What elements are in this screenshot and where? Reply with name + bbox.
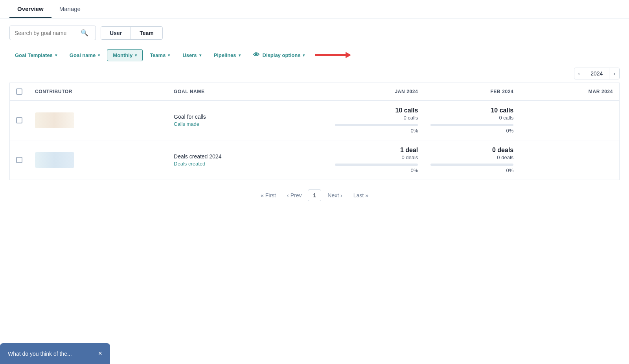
filter-monthly-label: Monthly — [113, 52, 132, 58]
chevron-down-icon: ▾ — [98, 53, 100, 57]
jan-cell: 10 calls 0 calls 0% — [329, 101, 424, 140]
jan-actual: 0 deals — [335, 154, 418, 160]
jan-pct: 0% — [335, 128, 418, 134]
filter-users[interactable]: Users ▾ — [177, 50, 206, 61]
year-nav: ‹ 2024 › — [0, 66, 629, 83]
goal-cell: Deals created 2024 Deals created — [167, 140, 329, 180]
table-header: CONTRIBUTOR GOAL NAME JAN 2024 FEB 2024 … — [10, 83, 620, 101]
mar-cell — [520, 140, 619, 180]
row-checkbox-cell — [10, 140, 29, 180]
table-body: Goal for calls Calls made 10 calls 0 cal… — [10, 101, 620, 180]
search-box: 🔍 — [9, 26, 96, 40]
arrow-line — [315, 54, 346, 56]
th-checkbox — [10, 83, 29, 101]
year-next-btn[interactable]: › — [609, 68, 619, 79]
chevron-down-icon: ▾ — [303, 53, 305, 57]
th-mar: MAR 2024 — [520, 83, 619, 101]
user-toggle-btn[interactable]: User — [101, 27, 131, 39]
filter-pipelines-label: Pipelines — [214, 52, 236, 58]
chevron-down-icon: ▾ — [55, 53, 57, 57]
tab-overview[interactable]: Overview — [9, 0, 51, 18]
th-contributor: CONTRIBUTOR — [29, 83, 167, 101]
first-label: First — [265, 192, 276, 199]
first-page-btn[interactable]: « First — [256, 189, 281, 201]
feb-cell: 0 deals 0 deals 0% — [424, 140, 520, 180]
filter-bar: Goal Templates ▾ Goal name ▾ Monthly ▾ T… — [0, 47, 629, 66]
filter-display-options[interactable]: 👁 Display options ▾ — [248, 49, 311, 61]
filter-goal-templates[interactable]: Goal Templates ▾ — [9, 50, 63, 61]
goal-cell: Goal for calls Calls made — [167, 101, 329, 140]
filter-goal-templates-label: Goal Templates — [15, 52, 53, 58]
chevron-down-icon: ▾ — [239, 53, 241, 57]
jan-target: 1 deal — [335, 147, 418, 154]
last-page-btn[interactable]: Last » — [349, 189, 373, 201]
jan-target: 10 calls — [335, 107, 418, 114]
table-wrapper: CONTRIBUTOR GOAL NAME JAN 2024 FEB 2024 … — [0, 83, 629, 180]
next-page-btn[interactable]: Next › — [323, 189, 347, 201]
filter-goal-name-label: Goal name — [70, 52, 96, 58]
th-jan: JAN 2024 — [329, 83, 424, 101]
chevron-down-icon: ▾ — [135, 53, 137, 57]
feb-actual: 0 calls — [430, 115, 513, 121]
filter-teams[interactable]: Teams ▾ — [144, 50, 175, 61]
chevron-down-icon: ▾ — [168, 53, 170, 57]
feb-pct: 0% — [430, 167, 513, 173]
jan-actual: 0 calls — [335, 115, 418, 121]
filter-goal-name[interactable]: Goal name ▾ — [64, 50, 105, 61]
table-row: Deals created 2024 Deals created 1 deal … — [10, 140, 620, 180]
goal-sub: Calls made — [174, 121, 322, 127]
prev-label: Prev — [291, 192, 302, 199]
year-nav-group: ‹ 2024 › — [574, 68, 620, 79]
team-toggle-btn[interactable]: Team — [131, 27, 162, 39]
filter-users-label: Users — [182, 52, 197, 58]
avatar — [35, 112, 74, 128]
row-1-checkbox[interactable] — [16, 117, 22, 123]
jan-cell: 1 deal 0 deals 0% — [329, 140, 424, 180]
double-right-icon: » — [365, 192, 368, 199]
feb-actual: 0 deals — [430, 154, 513, 160]
chevron-down-icon: ▾ — [199, 53, 201, 57]
table-row: Goal for calls Calls made 10 calls 0 cal… — [10, 101, 620, 140]
feb-pct: 0% — [430, 128, 513, 134]
goal-name: Goal for calls — [174, 114, 322, 120]
user-team-toggle: User Team — [101, 26, 163, 40]
select-all-checkbox[interactable] — [16, 88, 22, 95]
year-label: 2024 — [584, 68, 609, 79]
last-label: Last — [353, 192, 364, 199]
right-icon: › — [340, 192, 342, 199]
search-icon: 🔍 — [81, 29, 88, 37]
jan-pct: 0% — [335, 167, 418, 173]
left-icon: ‹ — [287, 192, 289, 199]
th-feb: FEB 2024 — [424, 83, 520, 101]
goal-name: Deals created 2024 — [174, 153, 322, 160]
pagination: « First ‹ Prev 1 Next › Last » — [0, 180, 629, 211]
arrow-indicator — [315, 54, 346, 56]
filter-pipelines[interactable]: Pipelines ▾ — [208, 50, 246, 61]
tab-manage[interactable]: Manage — [51, 0, 88, 18]
mar-cell — [520, 101, 619, 140]
jan-progress-bg — [335, 124, 418, 126]
current-page-btn[interactable]: 1 — [308, 189, 321, 201]
avatar — [35, 152, 74, 168]
feb-target: 0 deals — [430, 147, 513, 154]
contributor-cell — [29, 101, 167, 140]
eye-icon: 👁 — [253, 51, 259, 59]
th-goal-name: GOAL NAME — [167, 83, 329, 101]
year-prev-btn[interactable]: ‹ — [574, 68, 584, 79]
contributor-cell — [29, 140, 167, 180]
row-checkbox-cell — [10, 101, 29, 140]
feb-progress-bg — [430, 164, 513, 166]
feb-target: 10 calls — [430, 107, 513, 114]
red-arrow — [315, 54, 346, 56]
feb-progress-bg — [430, 124, 513, 126]
prev-page-btn[interactable]: ‹ Prev — [282, 189, 306, 201]
top-tabs: Overview Manage — [0, 0, 629, 18]
goal-sub: Deals created — [174, 161, 322, 167]
toolbar: 🔍 User Team — [0, 18, 629, 47]
search-input[interactable] — [15, 30, 77, 36]
filter-monthly[interactable]: Monthly ▾ — [107, 49, 143, 61]
goals-table: CONTRIBUTOR GOAL NAME JAN 2024 FEB 2024 … — [9, 83, 620, 180]
row-2-checkbox[interactable] — [16, 157, 22, 163]
feb-cell: 10 calls 0 calls 0% — [424, 101, 520, 140]
double-left-icon: « — [261, 192, 264, 199]
